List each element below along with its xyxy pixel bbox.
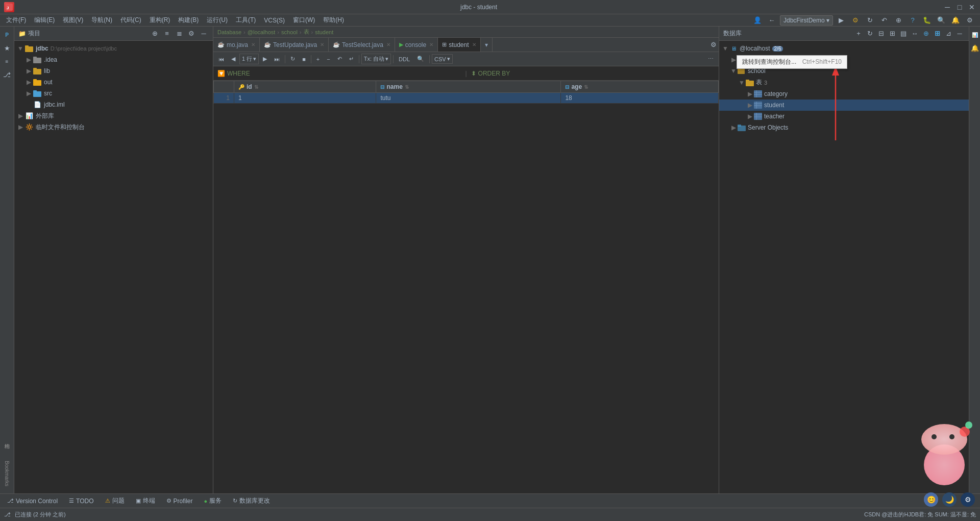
sort-icon-age[interactable]: ⇅	[584, 84, 588, 90]
more-options-button[interactable]: ⋯	[705, 55, 717, 63]
mascot-btn-1[interactable]: 😊	[924, 492, 938, 507]
menu-view[interactable]: 视图(V)	[59, 15, 87, 26]
settings-button[interactable]: ⚙	[964, 14, 976, 27]
table-row[interactable]: 1 1 tutu 18	[214, 93, 719, 104]
db-link-button[interactable]: ⊕	[921, 29, 931, 39]
db-item-category[interactable]: ▶ category	[719, 88, 969, 100]
csv-dropdown[interactable]: CSV ▾	[432, 54, 453, 64]
menu-file[interactable]: 文件(F)	[2, 15, 30, 26]
expand-arrow[interactable]: ▶	[24, 56, 33, 63]
revert-button[interactable]: ↶	[878, 14, 890, 27]
menu-window[interactable]: 窗口(W)	[289, 15, 319, 26]
project-view-button[interactable]: P	[1, 29, 13, 41]
help-button[interactable]: ?	[906, 14, 919, 27]
expand-arrow[interactable]: ▶	[746, 102, 754, 109]
notifications-side-button[interactable]: 🔔	[969, 42, 981, 54]
tab-close-console[interactable]: ✕	[429, 42, 433, 47]
menu-navigate[interactable]: 导航(N)	[87, 15, 116, 26]
tree-item-jdbc[interactable]: ▼ jdbc D:\project\idea project\jdbc	[14, 43, 213, 54]
db-item-teacher[interactable]: ▶ teacher	[719, 111, 969, 122]
bookmark-side-label[interactable]: Bookmarks	[1, 456, 13, 491]
back-button[interactable]: ←	[766, 14, 778, 27]
tab-close-testselect[interactable]: ✕	[386, 42, 390, 47]
tab-student[interactable]: ⊞ student ✕	[438, 38, 480, 52]
favorites-button[interactable]: ★	[1, 42, 13, 54]
minimize-button[interactable]: ─	[943, 3, 951, 11]
ddl-button[interactable]: DDL	[396, 55, 413, 63]
coverage-button[interactable]: ⊕	[892, 14, 904, 27]
gear-button[interactable]: ⚙	[186, 29, 197, 39]
breadcrumb-school[interactable]: school	[281, 29, 298, 35]
db-query-console-button[interactable]: ⊞	[932, 29, 942, 39]
tab-todo[interactable]: ☰ TODO	[64, 497, 99, 506]
db-item-student[interactable]: ▶ student	[719, 100, 969, 111]
tree-item-idea[interactable]: ▶ .idea	[14, 54, 213, 65]
breadcrumb-localhost[interactable]: @localhost	[248, 29, 276, 35]
db-item-server-objects[interactable]: ▶ Server Objects	[719, 122, 969, 133]
tab-profiler[interactable]: ⚙ Profiler	[161, 497, 198, 506]
menu-tools[interactable]: 工具(T)	[232, 15, 260, 26]
db-collapse-button[interactable]: ⊟	[876, 29, 886, 39]
tab-close-mo[interactable]: ✕	[251, 42, 255, 47]
breadcrumb-database[interactable]: Database	[217, 29, 241, 35]
cell-name[interactable]: tutu	[376, 93, 561, 104]
menu-help[interactable]: 帮助(H)	[319, 15, 348, 26]
stop-button[interactable]: ■	[299, 55, 309, 63]
remove-row-button[interactable]: −	[324, 55, 333, 63]
refresh-button[interactable]: ↻	[287, 55, 298, 63]
sync-button[interactable]: ↻	[864, 14, 876, 27]
tab-services[interactable]: ● 服务	[199, 495, 227, 506]
tree-item-src[interactable]: ▶ src	[14, 88, 213, 99]
tab-close-testupdate[interactable]: ✕	[320, 42, 324, 47]
search-everywhere-button[interactable]: 🔍	[935, 14, 947, 27]
expand-arrow[interactable]: ▶	[16, 112, 24, 119]
col-age-header[interactable]: ⊟ age ⇅	[561, 81, 719, 93]
db-item-tables-folder[interactable]: ▼ 表 3	[719, 77, 969, 88]
structure-side-label[interactable]: 结构	[1, 424, 13, 455]
col-id-header[interactable]: 🔑 id ⇅	[234, 81, 376, 93]
menu-run[interactable]: 运行(U)	[203, 15, 232, 26]
db-schema-button[interactable]: ⊞	[887, 29, 897, 39]
db-sync-button[interactable]: ↔	[910, 29, 920, 39]
tab-problems[interactable]: ⚠ 问题	[100, 495, 130, 506]
tab-settings-button[interactable]: ⚙	[708, 40, 719, 50]
build-button[interactable]: ⚙	[849, 14, 862, 27]
commit-button[interactable]: ⎇	[1, 68, 13, 81]
sort-icon-id[interactable]: ⇅	[254, 84, 258, 90]
mascot-btn-2[interactable]: 🌙	[942, 492, 957, 507]
expand-arrow[interactable]: ▼	[738, 79, 746, 86]
project-selector[interactable]: JdbcFirstDemo ▾	[780, 15, 833, 26]
cell-age[interactable]: 18	[561, 93, 719, 104]
tree-item-out[interactable]: ▶ out	[14, 77, 213, 88]
structure-button[interactable]: ≡	[1, 55, 13, 67]
col-name-header[interactable]: ⊟ name ⇅	[376, 81, 561, 93]
notifications-button[interactable]: 🔔	[949, 14, 962, 27]
tab-console[interactable]: ▶ console ✕	[395, 38, 438, 52]
tree-item-iml[interactable]: 📄 jdbc.iml	[14, 99, 213, 110]
expand-all-button[interactable]: ≡	[162, 29, 172, 39]
collapse-all-button[interactable]: ≣	[174, 29, 184, 39]
revert-button[interactable]: ↶	[334, 55, 345, 63]
sort-icon-name[interactable]: ⇅	[405, 84, 409, 90]
tab-testupdate[interactable]: ☕ TestUpdate.java ✕	[260, 38, 329, 52]
cell-id[interactable]: 1	[234, 93, 376, 104]
tab-mo-java[interactable]: ☕ mo.java ✕	[213, 38, 260, 52]
debug-button[interactable]: 🐛	[921, 14, 933, 27]
db-minimize-button[interactable]: ─	[954, 29, 965, 39]
db-filter-button[interactable]: ⊿	[943, 29, 953, 39]
menu-build[interactable]: 构建(B)	[174, 15, 203, 26]
maximize-button[interactable]: □	[955, 3, 964, 11]
db-new-button[interactable]: +	[853, 29, 864, 39]
tab-version-control[interactable]: ⎇ Version Control	[2, 497, 63, 506]
expand-arrow[interactable]: ▶	[24, 90, 33, 97]
db-refresh-button[interactable]: ↻	[865, 29, 875, 39]
nav-prev-button[interactable]: ◀	[228, 55, 238, 63]
add-row-button[interactable]: +	[313, 55, 323, 63]
expand-arrow[interactable]: ▼	[16, 45, 24, 52]
nav-last-button[interactable]: ⏭	[271, 55, 283, 63]
row-indicator-dropdown[interactable]: 1 行 ▾	[239, 54, 259, 64]
nav-next-button[interactable]: ▶	[260, 55, 270, 63]
run-button[interactable]: ▶	[835, 14, 847, 27]
menu-refactor[interactable]: 重构(R)	[145, 15, 175, 26]
expand-arrow[interactable]: ▶	[16, 123, 24, 131]
